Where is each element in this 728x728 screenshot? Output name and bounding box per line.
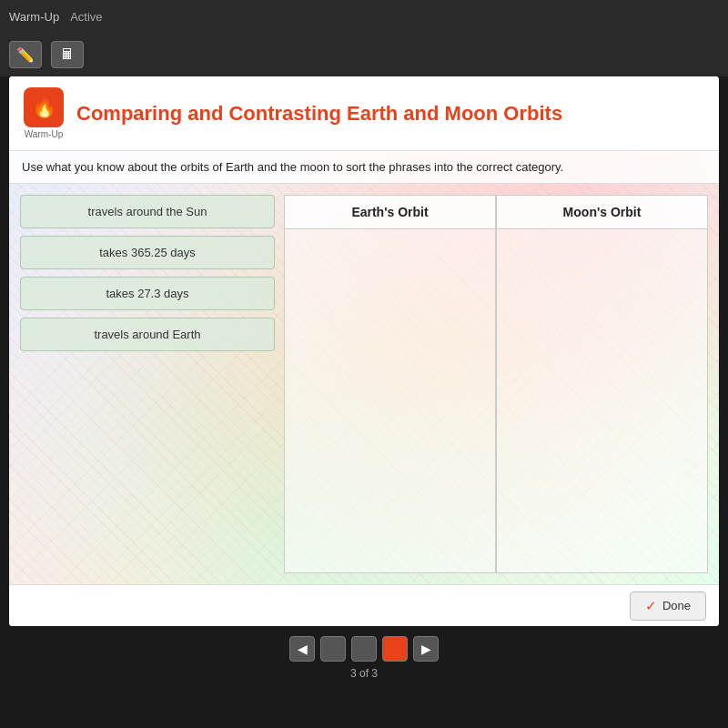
instructions-text: Use what you know about the orbits of Ea… xyxy=(9,151,719,184)
next-button[interactable]: ▶ xyxy=(413,636,439,662)
list-item[interactable]: travels around the Sun xyxy=(20,195,275,228)
earths-orbit-body[interactable] xyxy=(285,229,495,572)
page-title: Comparing and Contrasting Earth and Moon… xyxy=(76,102,562,126)
pencil-icon[interactable]: ✏️ xyxy=(9,41,42,68)
badge-icon: 🔥 xyxy=(32,96,56,119)
nav-controls: ◀ ▶ xyxy=(289,636,439,662)
nav-dot-3-active[interactable] xyxy=(382,636,408,662)
nav-dot-1[interactable] xyxy=(320,636,346,662)
moons-orbit-header: Moon's Orbit xyxy=(497,196,707,229)
bottom-bar: ✓ Done xyxy=(9,584,719,626)
nav-dot-2[interactable] xyxy=(351,636,377,662)
items-column: travels around the Sun takes 365.25 days… xyxy=(20,195,284,573)
content-wrapper: 🔥 Warm-Up Comparing and Contrasting Eart… xyxy=(9,76,719,626)
prev-button[interactable]: ◀ xyxy=(289,636,315,662)
page-counter: 3 of 3 xyxy=(350,667,378,680)
list-item[interactable]: takes 365.25 days xyxy=(20,236,275,269)
page-header: 🔥 Warm-Up Comparing and Contrasting Eart… xyxy=(9,76,719,151)
done-label: Done xyxy=(662,599,691,612)
warm-up-label: Warm-Up xyxy=(9,10,59,24)
moons-orbit-body[interactable] xyxy=(497,229,707,572)
top-bar: Warm-Up Active xyxy=(0,0,728,33)
drop-zones: Earth's Orbit Moon's Orbit xyxy=(284,195,708,573)
earths-orbit-header: Earth's Orbit xyxy=(285,196,495,229)
status-label: Active xyxy=(70,10,102,24)
list-item[interactable]: takes 27.3 days xyxy=(20,277,275,310)
main-content: 🔥 Warm-Up Comparing and Contrasting Eart… xyxy=(9,76,719,626)
done-button[interactable]: ✓ Done xyxy=(630,592,706,621)
nav-bar: ◀ ▶ 3 of 3 xyxy=(0,626,728,690)
list-item[interactable]: travels around Earth xyxy=(20,318,275,351)
icon-bar: ✏️ 🖩 xyxy=(0,33,728,76)
calculator-icon[interactable]: 🖩 xyxy=(51,41,84,68)
sort-area: travels around the Sun takes 365.25 days… xyxy=(9,184,719,584)
moons-orbit-zone[interactable]: Moon's Orbit xyxy=(496,195,708,573)
earths-orbit-zone[interactable]: Earth's Orbit xyxy=(284,195,496,573)
warm-up-badge-label: Warm-Up xyxy=(24,129,64,139)
warm-up-badge-container: 🔥 Warm-Up xyxy=(24,87,64,139)
warm-up-badge: 🔥 xyxy=(24,87,64,127)
check-icon: ✓ xyxy=(645,598,657,614)
